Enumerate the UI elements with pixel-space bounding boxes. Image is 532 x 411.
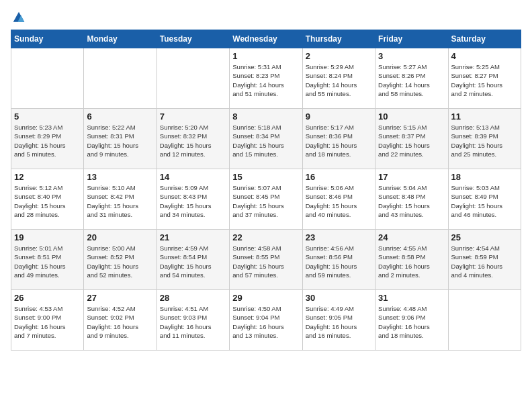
header-day-monday: Monday	[84, 30, 157, 48]
day-number: 7	[160, 111, 226, 122]
day-number: 14	[160, 172, 226, 182]
header-day-friday: Friday	[375, 30, 448, 48]
header-day-saturday: Saturday	[448, 30, 521, 48]
calendar-cell: 16Sunrise: 5:06 AMSunset: 8:46 PMDayligh…	[302, 169, 375, 230]
calendar-cell: 25Sunrise: 4:54 AMSunset: 8:59 PMDayligh…	[448, 230, 521, 290]
calendar-cell: 13Sunrise: 5:10 AMSunset: 8:42 PMDayligh…	[84, 169, 157, 230]
day-number: 11	[451, 111, 518, 122]
calendar-table: SundayMondayTuesdayWednesdayThursdayFrid…	[11, 30, 521, 351]
day-number: 26	[14, 293, 81, 303]
day-info: Sunrise: 5:01 AMSunset: 8:51 PMDaylight:…	[14, 244, 81, 279]
calendar-cell: 3Sunrise: 5:27 AMSunset: 8:26 PMDaylight…	[375, 48, 448, 109]
day-number: 17	[378, 172, 445, 182]
day-number: 23	[306, 232, 372, 242]
day-number: 15	[232, 172, 299, 182]
calendar-cell: 26Sunrise: 4:53 AMSunset: 9:00 PMDayligh…	[11, 290, 84, 351]
calendar-cell: 6Sunrise: 5:22 AMSunset: 8:31 PMDaylight…	[84, 109, 157, 169]
day-info: Sunrise: 5:20 AMSunset: 8:32 PMDaylight:…	[160, 123, 226, 158]
calendar-cell: 12Sunrise: 5:12 AMSunset: 8:40 PMDayligh…	[11, 169, 84, 230]
day-number: 20	[87, 232, 153, 242]
calendar-cell: 23Sunrise: 4:56 AMSunset: 8:56 PMDayligh…	[302, 230, 375, 290]
day-number: 21	[160, 232, 226, 242]
day-number: 2	[306, 51, 372, 61]
logo	[11, 11, 26, 24]
calendar-cell: 28Sunrise: 4:51 AMSunset: 9:03 PMDayligh…	[157, 290, 229, 351]
calendar-cell: 29Sunrise: 4:50 AMSunset: 9:04 PMDayligh…	[230, 290, 302, 351]
day-info: Sunrise: 5:06 AMSunset: 8:46 PMDaylight:…	[306, 183, 372, 219]
calendar-cell: 15Sunrise: 5:07 AMSunset: 8:45 PMDayligh…	[230, 169, 302, 230]
day-info: Sunrise: 5:13 AMSunset: 8:39 PMDaylight:…	[451, 123, 518, 158]
header-day-thursday: Thursday	[302, 30, 375, 48]
calendar-cell: 10Sunrise: 5:15 AMSunset: 8:37 PMDayligh…	[375, 109, 448, 169]
day-number: 29	[232, 293, 299, 303]
day-info: Sunrise: 5:17 AMSunset: 8:36 PMDaylight:…	[306, 123, 372, 158]
day-info: Sunrise: 5:07 AMSunset: 8:45 PMDaylight:…	[232, 183, 299, 219]
week-row-2: 12Sunrise: 5:12 AMSunset: 8:40 PMDayligh…	[11, 169, 521, 230]
day-number: 18	[451, 172, 518, 182]
day-info: Sunrise: 5:22 AMSunset: 8:31 PMDaylight:…	[87, 123, 153, 158]
day-info: Sunrise: 5:09 AMSunset: 8:43 PMDaylight:…	[160, 183, 226, 219]
day-number: 9	[306, 111, 372, 122]
day-number: 19	[14, 232, 81, 242]
day-number: 1	[232, 51, 299, 61]
day-info: Sunrise: 4:51 AMSunset: 9:03 PMDaylight:…	[160, 304, 226, 340]
day-number: 4	[451, 51, 518, 61]
week-row-0: 1Sunrise: 5:31 AMSunset: 8:23 PMDaylight…	[11, 48, 521, 109]
calendar-cell: 27Sunrise: 4:52 AMSunset: 9:02 PMDayligh…	[84, 290, 157, 351]
day-info: Sunrise: 5:03 AMSunset: 8:49 PMDaylight:…	[451, 183, 518, 219]
calendar-cell	[11, 48, 84, 109]
header-row: SundayMondayTuesdayWednesdayThursdayFrid…	[11, 30, 521, 48]
day-info: Sunrise: 4:54 AMSunset: 8:59 PMDaylight:…	[451, 244, 518, 279]
day-info: Sunrise: 4:48 AMSunset: 9:06 PMDaylight:…	[378, 304, 445, 340]
calendar-cell: 18Sunrise: 5:03 AMSunset: 8:49 PMDayligh…	[448, 169, 521, 230]
day-info: Sunrise: 4:50 AMSunset: 9:04 PMDaylight:…	[232, 304, 299, 340]
day-info: Sunrise: 4:59 AMSunset: 8:54 PMDaylight:…	[160, 244, 226, 279]
calendar-cell: 20Sunrise: 5:00 AMSunset: 8:52 PMDayligh…	[84, 230, 157, 290]
day-info: Sunrise: 4:58 AMSunset: 8:55 PMDaylight:…	[232, 244, 299, 279]
header-day-sunday: Sunday	[11, 30, 84, 48]
calendar-cell: 19Sunrise: 5:01 AMSunset: 8:51 PMDayligh…	[11, 230, 84, 290]
day-number: 27	[87, 293, 153, 303]
calendar-cell: 22Sunrise: 4:58 AMSunset: 8:55 PMDayligh…	[230, 230, 302, 290]
calendar-cell: 24Sunrise: 4:55 AMSunset: 8:58 PMDayligh…	[375, 230, 448, 290]
day-number: 25	[451, 232, 518, 242]
day-number: 22	[232, 232, 299, 242]
day-info: Sunrise: 5:10 AMSunset: 8:42 PMDaylight:…	[87, 183, 153, 219]
calendar-cell: 21Sunrise: 4:59 AMSunset: 8:54 PMDayligh…	[157, 230, 229, 290]
header-day-wednesday: Wednesday	[230, 30, 302, 48]
calendar-cell: 9Sunrise: 5:17 AMSunset: 8:36 PMDaylight…	[302, 109, 375, 169]
calendar-cell: 11Sunrise: 5:13 AMSunset: 8:39 PMDayligh…	[448, 109, 521, 169]
calendar-cell	[448, 290, 521, 351]
day-number: 5	[14, 111, 81, 122]
calendar-cell: 8Sunrise: 5:18 AMSunset: 8:34 PMDaylight…	[230, 109, 302, 169]
day-info: Sunrise: 4:56 AMSunset: 8:56 PMDaylight:…	[306, 244, 372, 279]
header-day-tuesday: Tuesday	[157, 30, 229, 48]
day-info: Sunrise: 5:12 AMSunset: 8:40 PMDaylight:…	[14, 183, 81, 219]
day-info: Sunrise: 5:15 AMSunset: 8:37 PMDaylight:…	[378, 123, 445, 158]
day-number: 31	[378, 293, 445, 303]
day-info: Sunrise: 5:23 AMSunset: 8:29 PMDaylight:…	[14, 123, 81, 158]
calendar-cell: 2Sunrise: 5:29 AMSunset: 8:24 PMDaylight…	[302, 48, 375, 109]
day-info: Sunrise: 5:04 AMSunset: 8:48 PMDaylight:…	[378, 183, 445, 219]
day-number: 28	[160, 293, 226, 303]
day-info: Sunrise: 4:52 AMSunset: 9:02 PMDaylight:…	[87, 304, 153, 340]
day-info: Sunrise: 4:49 AMSunset: 9:05 PMDaylight:…	[306, 304, 372, 340]
day-info: Sunrise: 5:18 AMSunset: 8:34 PMDaylight:…	[232, 123, 299, 158]
calendar-cell	[157, 48, 229, 109]
day-info: Sunrise: 5:27 AMSunset: 8:26 PMDaylight:…	[378, 62, 445, 98]
day-number: 24	[378, 232, 445, 242]
day-number: 8	[232, 111, 299, 122]
calendar-cell: 14Sunrise: 5:09 AMSunset: 8:43 PMDayligh…	[157, 169, 229, 230]
day-number: 6	[87, 111, 153, 122]
day-number: 13	[87, 172, 153, 182]
week-row-4: 26Sunrise: 4:53 AMSunset: 9:00 PMDayligh…	[11, 290, 521, 351]
day-info: Sunrise: 5:31 AMSunset: 8:23 PMDaylight:…	[232, 62, 299, 98]
day-info: Sunrise: 5:29 AMSunset: 8:24 PMDaylight:…	[306, 62, 372, 98]
day-info: Sunrise: 4:53 AMSunset: 9:00 PMDaylight:…	[14, 304, 81, 340]
day-number: 12	[14, 172, 81, 182]
calendar-cell: 30Sunrise: 4:49 AMSunset: 9:05 PMDayligh…	[302, 290, 375, 351]
day-number: 10	[378, 111, 445, 122]
day-info: Sunrise: 5:00 AMSunset: 8:52 PMDaylight:…	[87, 244, 153, 279]
calendar-cell: 1Sunrise: 5:31 AMSunset: 8:23 PMDaylight…	[230, 48, 302, 109]
day-info: Sunrise: 4:55 AMSunset: 8:58 PMDaylight:…	[378, 244, 445, 279]
